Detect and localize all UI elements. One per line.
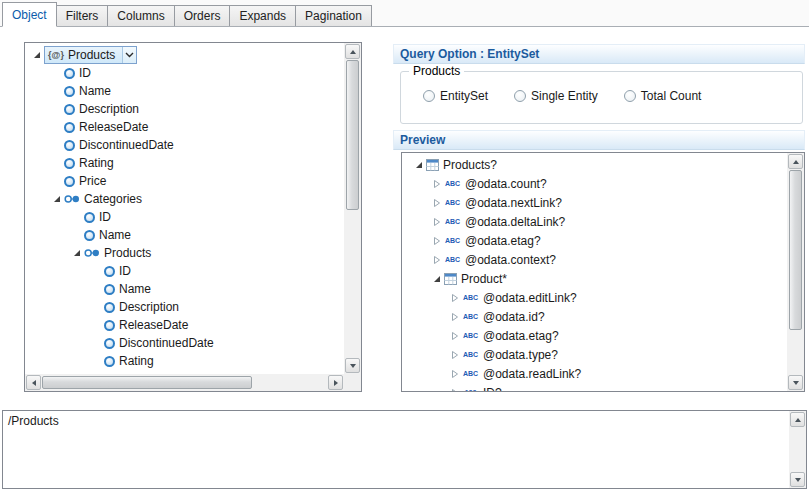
object-tree-horizontal-scrollbar[interactable] [25, 374, 344, 391]
expander-spacer [50, 82, 64, 100]
scroll-left-button[interactable] [26, 375, 41, 390]
expand-arrow-icon[interactable] [430, 174, 444, 193]
expand-arrow-icon[interactable] [430, 212, 444, 231]
tree-item-products[interactable]: Products? [402, 155, 787, 174]
tree-item-odata-editlink[interactable]: ABC@odata.editLink? [402, 288, 787, 307]
scroll-up-button[interactable] [790, 412, 805, 427]
radio-entityset[interactable]: EntitySet [423, 89, 488, 103]
entity-selector-combobox[interactable]: {@}Products [44, 46, 137, 64]
arrow-up-icon [793, 160, 799, 164]
radio-label: EntitySet [440, 89, 488, 103]
collapse-arrow-icon[interactable] [412, 155, 426, 174]
scroll-down-button[interactable] [788, 375, 803, 390]
radio-single-entity[interactable]: Single Entity [514, 89, 598, 103]
tree-item-label: @odata.readLink? [482, 367, 584, 381]
scroll-right-button[interactable] [328, 375, 343, 390]
tree-item-discontinueddate[interactable]: DiscontinuedDate [25, 334, 344, 352]
tree-item-rating[interactable]: Rating [25, 352, 344, 370]
tab-bar: ObjectFiltersColumnsOrdersExpandsPaginat… [0, 0, 809, 27]
tree-item-odata-type[interactable]: ABC@odata.type? [402, 345, 787, 364]
abc-icon: ABC [444, 199, 461, 206]
expand-arrow-icon[interactable] [448, 383, 462, 391]
arrow-down-icon [350, 364, 356, 368]
tree-item-odata-context[interactable]: ABC@odata.context? [402, 250, 787, 269]
tree-item-description[interactable]: Description [25, 298, 344, 316]
request-url-text[interactable]: /Products [3, 411, 789, 488]
horizontal-scroll-thumb[interactable] [42, 376, 252, 389]
collapse-arrow-icon[interactable] [30, 46, 44, 64]
expand-arrow-icon[interactable] [448, 288, 462, 307]
tab-object[interactable]: Object [2, 2, 57, 27]
tree-item-name[interactable]: Name [25, 82, 344, 100]
tree-item-odata-readlink[interactable]: ABC@odata.readLink? [402, 364, 787, 383]
collapse-arrow-icon[interactable] [430, 269, 444, 288]
tree-item-label: ID [98, 210, 114, 224]
abc-icon: ABC [462, 370, 479, 377]
query-option-radio-group: EntitySetSingle EntityTotal Count [423, 89, 796, 103]
tree-item-label: @odata.count? [464, 177, 550, 191]
tree-item-name[interactable]: Name [25, 226, 344, 244]
tree-item-products[interactable]: Products [25, 244, 344, 262]
expander-spacer [50, 64, 64, 82]
abc-icon: ABC [444, 180, 461, 187]
scroll-down-button[interactable] [345, 358, 360, 373]
tree-item-products[interactable]: {@}Products [25, 46, 344, 64]
expand-arrow-icon[interactable] [430, 250, 444, 269]
property-icon [64, 68, 75, 79]
tree-item-label: ID? [482, 386, 505, 392]
tree-item-label: DiscontinuedDate [78, 138, 177, 152]
tree-item-id[interactable]: ID [25, 208, 344, 226]
scroll-up-button[interactable] [788, 154, 803, 169]
tab-filters[interactable]: Filters [56, 5, 109, 26]
vertical-scroll-thumb[interactable] [789, 170, 802, 330]
expand-arrow-icon[interactable] [448, 307, 462, 326]
scroll-up-button[interactable] [345, 44, 360, 59]
tree-item-label: @odata.context? [464, 253, 559, 267]
odata-query-builder-window: ObjectFiltersColumnsOrdersExpandsPaginat… [0, 0, 809, 491]
tree-item-product[interactable]: Product* [402, 269, 787, 288]
combobox-dropdown-button[interactable] [122, 47, 136, 63]
expand-arrow-icon[interactable] [430, 193, 444, 212]
radio-circle-icon [514, 90, 526, 102]
abc-icon: ABC [462, 351, 479, 358]
preview-vertical-scrollbar[interactable] [787, 153, 804, 391]
property-icon [64, 104, 75, 115]
tab-pagination[interactable]: Pagination [295, 5, 372, 26]
tab-orders[interactable]: Orders [174, 5, 231, 26]
tree-item-releasedate[interactable]: ReleaseDate [25, 118, 344, 136]
tab-expands[interactable]: Expands [229, 5, 296, 26]
tree-item-odata-nextlink[interactable]: ABC@odata.nextLink? [402, 193, 787, 212]
query-option-header-label: Query Option : EntitySet [400, 47, 539, 61]
tab-columns[interactable]: Columns [107, 5, 174, 26]
tree-item-price[interactable]: Price [25, 172, 344, 190]
expand-arrow-icon[interactable] [448, 326, 462, 345]
tree-item-id[interactable]: ID [25, 64, 344, 82]
tree-item-id[interactable]: 123ID? [402, 383, 787, 391]
tree-item-name[interactable]: Name [25, 280, 344, 298]
expand-arrow-icon[interactable] [448, 345, 462, 364]
tree-item-releasedate[interactable]: ReleaseDate [25, 316, 344, 334]
collapse-arrow-icon[interactable] [50, 190, 64, 208]
tree-item-discontinueddate[interactable]: DiscontinuedDate [25, 136, 344, 154]
tree-item-odata-etag[interactable]: ABC@odata.etag? [402, 326, 787, 345]
url-vertical-scrollbar[interactable] [789, 411, 806, 488]
tree-item-odata-id[interactable]: ABC@odata.id? [402, 307, 787, 326]
tree-item-label: Rating [78, 156, 117, 170]
collapse-arrow-icon[interactable] [70, 244, 84, 262]
expand-arrow-icon[interactable] [448, 364, 462, 383]
tree-item-description[interactable]: Description [25, 100, 344, 118]
radio-total-count[interactable]: Total Count [624, 89, 702, 103]
expand-arrow-icon[interactable] [430, 231, 444, 250]
abc-icon: ABC [462, 313, 479, 320]
tree-item-odata-deltalink[interactable]: ABC@odata.deltaLink? [402, 212, 787, 231]
tree-item-odata-etag[interactable]: ABC@odata.etag? [402, 231, 787, 250]
tree-item-rating[interactable]: Rating [25, 154, 344, 172]
vertical-scroll-thumb[interactable] [346, 60, 359, 210]
tree-item-id[interactable]: ID [25, 262, 344, 280]
object-tree-vertical-scrollbar[interactable] [344, 43, 361, 374]
scroll-down-button[interactable] [790, 472, 805, 487]
property-icon [64, 122, 75, 133]
tree-item-categories[interactable]: Categories [25, 190, 344, 208]
table-icon [444, 273, 457, 285]
tree-item-odata-count[interactable]: ABC@odata.count? [402, 174, 787, 193]
